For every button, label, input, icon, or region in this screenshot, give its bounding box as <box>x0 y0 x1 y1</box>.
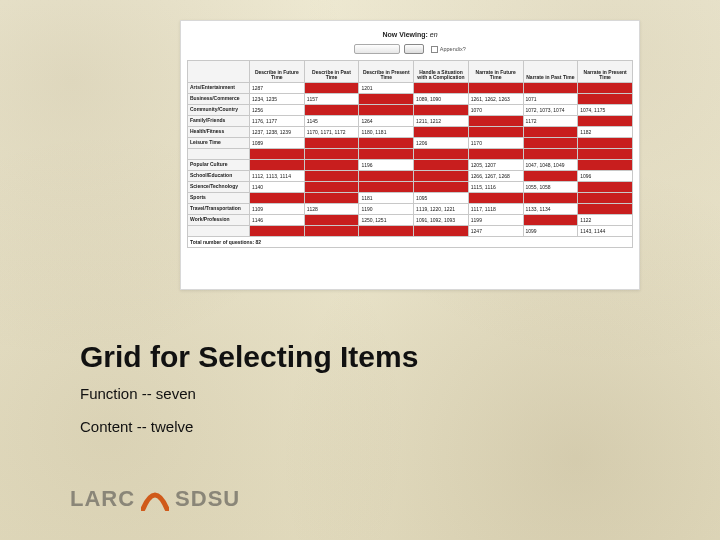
grid-cell[interactable] <box>304 182 359 193</box>
grid-cell[interactable] <box>359 171 414 182</box>
grid-cell[interactable]: 1091, 1092, 1093 <box>414 215 469 226</box>
grid-cell[interactable]: 1199 <box>468 215 523 226</box>
grid-cell[interactable] <box>304 226 359 237</box>
grid-cell[interactable] <box>468 116 523 127</box>
grid-cell[interactable]: 1140 <box>250 182 305 193</box>
grid-cell[interactable] <box>578 138 633 149</box>
grid-cell[interactable] <box>359 182 414 193</box>
grid-cell[interactable] <box>304 171 359 182</box>
grid-cell[interactable]: 1133, 1134 <box>523 204 578 215</box>
grid-cell[interactable] <box>304 105 359 116</box>
grid-cell[interactable]: 1234, 1235 <box>250 94 305 105</box>
grid-cell[interactable]: 1237, 1238, 1239 <box>250 127 305 138</box>
grid-cell[interactable] <box>523 215 578 226</box>
grid-cell[interactable]: 1261, 1262, 1263 <box>468 94 523 105</box>
grid-cell[interactable] <box>414 105 469 116</box>
grid-cell[interactable]: 1205, 1207 <box>468 160 523 171</box>
grid-cell[interactable] <box>250 149 305 160</box>
grid-cell[interactable] <box>523 149 578 160</box>
grid-cell[interactable]: 1190 <box>359 204 414 215</box>
grid-cell[interactable] <box>359 94 414 105</box>
appendix-checkbox[interactable] <box>431 46 438 53</box>
grid-cell[interactable]: 1206 <box>414 138 469 149</box>
language-select[interactable] <box>354 44 400 54</box>
grid-cell[interactable] <box>304 83 359 94</box>
grid-cell[interactable]: 1264 <box>359 116 414 127</box>
grid-cell[interactable] <box>250 193 305 204</box>
grid-cell[interactable]: 1211, 1212 <box>414 116 469 127</box>
grid-cell[interactable] <box>523 127 578 138</box>
grid-cell[interactable] <box>578 193 633 204</box>
grid-cell[interactable] <box>250 226 305 237</box>
grid-cell[interactable]: 1072, 1073, 1074 <box>523 105 578 116</box>
grid-cell[interactable] <box>304 149 359 160</box>
grid-cell[interactable]: 1146 <box>250 215 305 226</box>
grid-cell[interactable] <box>359 226 414 237</box>
grid-cell[interactable]: 1145 <box>304 116 359 127</box>
grid-cell[interactable] <box>414 83 469 94</box>
grid-cell[interactable] <box>468 83 523 94</box>
grid-cell[interactable]: 1157 <box>304 94 359 105</box>
grid-cell[interactable]: 1047, 1048, 1049 <box>523 160 578 171</box>
grid-cell[interactable]: 1096 <box>578 171 633 182</box>
grid-cell[interactable] <box>304 138 359 149</box>
grid-cell[interactable]: 1196 <box>359 160 414 171</box>
grid-cell[interactable]: 1119, 1220, 1221 <box>414 204 469 215</box>
grid-cell[interactable] <box>578 94 633 105</box>
grid-cell[interactable]: 1074, 1175 <box>578 105 633 116</box>
grid-cell[interactable] <box>414 226 469 237</box>
grid-cell[interactable] <box>523 171 578 182</box>
grid-cell[interactable] <box>523 138 578 149</box>
grid-cell[interactable] <box>304 160 359 171</box>
grid-cell[interactable] <box>359 105 414 116</box>
grid-cell[interactable] <box>250 160 305 171</box>
grid-cell[interactable] <box>578 149 633 160</box>
grid-cell[interactable]: 1099 <box>523 226 578 237</box>
grid-cell[interactable] <box>359 149 414 160</box>
grid-cell[interactable]: 1180, 1181 <box>359 127 414 138</box>
grid-cell[interactable]: 1122 <box>578 215 633 226</box>
grid-cell[interactable]: 1266, 1267, 1268 <box>468 171 523 182</box>
grid-cell[interactable] <box>578 160 633 171</box>
grid-cell[interactable]: 1201 <box>359 83 414 94</box>
grid-cell[interactable] <box>414 182 469 193</box>
grid-cell[interactable]: 1250, 1251 <box>359 215 414 226</box>
grid-cell[interactable] <box>578 182 633 193</box>
grid-cell[interactable]: 1170, 1171, 1172 <box>304 127 359 138</box>
grid-cell[interactable]: 1117, 1118 <box>468 204 523 215</box>
grid-cell[interactable] <box>468 149 523 160</box>
grid-cell[interactable] <box>578 116 633 127</box>
grid-cell[interactable]: 1143, 1144 <box>578 226 633 237</box>
grid-cell[interactable] <box>414 149 469 160</box>
grid-cell[interactable]: 1256 <box>250 105 305 116</box>
grid-cell[interactable]: 1128 <box>304 204 359 215</box>
grid-cell[interactable] <box>414 160 469 171</box>
grid-cell[interactable]: 1109 <box>250 204 305 215</box>
grid-cell[interactable] <box>523 83 578 94</box>
grid-cell[interactable]: 1172 <box>523 116 578 127</box>
grid-cell[interactable]: 1182 <box>578 127 633 138</box>
grid-cell[interactable]: 1176, 1177 <box>250 116 305 127</box>
grid-cell[interactable]: 1287 <box>250 83 305 94</box>
grid-cell[interactable] <box>414 127 469 138</box>
grid-cell[interactable]: 1070 <box>468 105 523 116</box>
grid-cell[interactable]: 1089, 1090 <box>414 94 469 105</box>
grid-cell[interactable]: 1055, 1058 <box>523 182 578 193</box>
grid-cell[interactable] <box>468 127 523 138</box>
grid-cell[interactable]: 1170 <box>468 138 523 149</box>
grid-cell[interactable]: 1089 <box>250 138 305 149</box>
grid-cell[interactable]: 1247 <box>468 226 523 237</box>
grid-cell[interactable]: 1071 <box>523 94 578 105</box>
grid-cell[interactable] <box>523 193 578 204</box>
grid-cell[interactable]: 1112, 1113, 1114 <box>250 171 305 182</box>
grid-cell[interactable] <box>468 193 523 204</box>
grid-cell[interactable]: 1181 <box>359 193 414 204</box>
grid-cell[interactable]: 1115, 1116 <box>468 182 523 193</box>
go-button[interactable] <box>404 44 424 54</box>
grid-cell[interactable] <box>414 171 469 182</box>
grid-cell[interactable] <box>578 204 633 215</box>
grid-cell[interactable] <box>304 193 359 204</box>
grid-cell[interactable] <box>578 83 633 94</box>
grid-cell[interactable] <box>359 138 414 149</box>
grid-cell[interactable] <box>304 215 359 226</box>
